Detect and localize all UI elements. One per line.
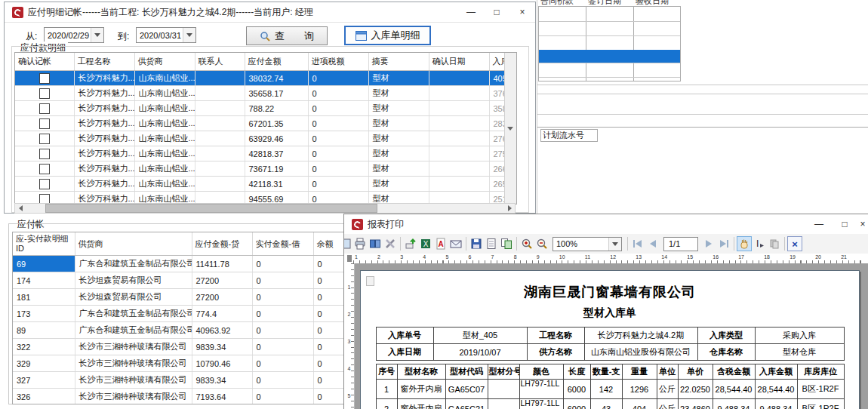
payable-detail-cell[interactable]: 42818.37 <box>245 146 308 161</box>
payable-account-cell[interactable]: 181 <box>13 289 75 306</box>
scroll-down-icon[interactable] <box>505 53 516 204</box>
payable-account-cell[interactable]: 0 <box>313 306 344 322</box>
payable-detail-row[interactable]: 长沙万科魅力...山东南山铝业...67201.350型材283 <box>15 116 517 131</box>
payable-account-row[interactable]: 326长沙市三湘特种玻璃有限公司7193.6400 <box>13 389 344 405</box>
payable-account-cell[interactable]: 长沙市三湘特种玻璃有限公司 <box>75 389 192 405</box>
chevron-down-icon[interactable] <box>183 28 195 42</box>
maximize-button[interactable]: □ <box>484 3 509 22</box>
payable-detail-cell[interactable]: 长沙万科魅力... <box>74 131 134 146</box>
payable-account-cell[interactable]: 广东合和建筑五金制品有限公司 <box>75 256 192 272</box>
payable-detail-cell[interactable] <box>429 116 489 131</box>
payable-account-cell[interactable]: 0 <box>313 355 344 372</box>
export-excel-icon[interactable]: X <box>418 236 433 251</box>
payable-account-cell[interactable]: 广东合和建筑五金制品有限公司 <box>75 306 192 322</box>
payable-detail-row[interactable]: 长沙万科魅力...山东南山铝业...35658.170型材376 <box>15 86 517 101</box>
payable-detail-cell[interactable]: 型材 <box>368 71 429 86</box>
payable-account-cell[interactable]: 11411.78 <box>192 256 252 272</box>
payable-detail-cell[interactable]: 0 <box>308 146 368 161</box>
payable-account-cell[interactable]: 89 <box>13 322 75 339</box>
close-button[interactable]: × <box>857 215 868 234</box>
payable-detail-cell[interactable] <box>195 86 245 101</box>
payable-detail-cell[interactable]: 山东南山铝业... <box>134 177 195 192</box>
minimize-button[interactable]: — <box>806 215 832 234</box>
payable-account-row[interactable]: 181长沙坦森贸易有限公司2720000 <box>13 289 344 306</box>
export-icon[interactable] <box>403 236 418 251</box>
payable-account-cell[interactable]: 327 <box>13 372 75 389</box>
selected-row[interactable] <box>539 50 680 63</box>
payable-account-cell[interactable]: 长沙市三湘特种玻璃有限公司 <box>75 355 192 372</box>
chevron-down-icon[interactable] <box>608 238 621 251</box>
confirm-cell[interactable] <box>15 86 74 101</box>
payable-detail-cell[interactable]: 0 <box>308 131 368 146</box>
panel-toggle-icon[interactable] <box>344 236 352 251</box>
payable-detail-row[interactable]: 长沙万科魅力...山东南山铝业...38032.740型材405 <box>15 71 517 86</box>
confirm-cell[interactable] <box>15 161 74 177</box>
titlebar[interactable]: 报表打印 — □ × <box>344 214 868 235</box>
payable-detail-cell[interactable]: 长沙万科魅力... <box>74 116 134 131</box>
payable-detail-cell[interactable]: 0 <box>308 161 368 177</box>
confirm-cell[interactable] <box>15 101 74 116</box>
payable-detail-row[interactable]: 长沙万科魅力...山东南山铝业...788.220型材358 <box>15 101 517 116</box>
confirm-cell[interactable] <box>15 146 74 161</box>
payable-account-cell[interactable]: 0 <box>252 372 313 389</box>
confirm-checkbox[interactable] <box>39 164 50 174</box>
payable-account-row[interactable]: 174长沙坦森贸易有限公司2720000 <box>13 272 344 289</box>
payable-detail-cell[interactable] <box>429 131 489 146</box>
payable-detail-cell[interactable]: 长沙万科魅力... <box>74 101 134 116</box>
report-preview-area[interactable]: 12345 湖南巨晟门窗幕墙有限公司 型材入库单 入库单号型材_405工程名称长… <box>344 263 868 409</box>
payable-account-cell[interactable]: 27200 <box>192 289 252 306</box>
payable-detail-cell[interactable]: 山东南山铝业... <box>134 146 195 161</box>
payable-detail-row[interactable]: 长沙万科魅力...山东南山铝业...42818.370型材275 <box>15 146 517 161</box>
plan-serial-field[interactable]: 计划流水号 <box>540 129 598 142</box>
confirm-checkbox[interactable] <box>39 134 50 144</box>
inbound-detail-button[interactable]: 入库单明细 <box>344 26 431 45</box>
payable-detail-cell[interactable]: 长沙万科魅力... <box>74 71 134 86</box>
payable-account-cell[interactable]: 0 <box>252 322 313 339</box>
scrollbar-thumb[interactable] <box>45 204 377 213</box>
payable-detail-cell[interactable]: 0 <box>308 101 368 116</box>
payable-account-cell[interactable]: 326 <box>13 389 75 405</box>
payable-detail-cell[interactable]: 型材 <box>368 131 429 146</box>
scroll-left-icon[interactable] <box>15 204 26 213</box>
confirm-checkbox[interactable] <box>39 179 50 189</box>
hand-tool-icon[interactable] <box>737 236 752 251</box>
payable-account-cell[interactable]: 173 <box>13 306 75 322</box>
confirm-checkbox[interactable] <box>39 118 50 129</box>
payable-detail-cell[interactable]: 73671.19 <box>245 161 308 177</box>
payable-account-cell[interactable]: 0 <box>252 289 313 306</box>
single-page-icon[interactable] <box>484 236 499 251</box>
payable-detail-cell[interactable]: 长沙万科魅力... <box>74 161 134 177</box>
payable-detail-cell[interactable]: 山东南山铝业... <box>134 101 195 116</box>
payable-detail-cell[interactable] <box>195 146 245 161</box>
payable-detail-cell[interactable] <box>429 177 489 192</box>
payable-account-cell[interactable]: 广东合和建筑五金制品有限公司 <box>75 322 192 339</box>
payable-detail-cell[interactable]: 63929.46 <box>245 131 308 146</box>
payable-account-cell[interactable]: 174 <box>13 272 75 289</box>
first-page-icon[interactable] <box>630 236 645 251</box>
payable-detail-cell[interactable] <box>195 177 245 192</box>
payable-account-cell[interactable]: 10790.46 <box>192 355 252 372</box>
payable-detail-cell[interactable] <box>429 71 489 86</box>
titlebar[interactable]: 应付明细记帐------当前工程: 长沙万科魅力之城4.2期------当前用户… <box>5 2 535 23</box>
payable-detail-cell[interactable]: 35658.17 <box>245 86 308 101</box>
payable-detail-cell[interactable] <box>195 131 245 146</box>
payable-account-cell[interactable]: 0 <box>313 339 344 355</box>
payable-account-cell[interactable]: 0 <box>313 389 344 405</box>
payable-detail-cell[interactable]: 山东南山铝业... <box>134 161 195 177</box>
multi-page-icon[interactable] <box>499 236 514 251</box>
page-setup-icon[interactable] <box>368 236 383 251</box>
scroll-right-icon[interactable] <box>504 204 515 213</box>
payable-detail-cell[interactable]: 42118.31 <box>245 177 308 192</box>
payable-account-row[interactable]: 327长沙市三湘特种玻璃有限公司9839.3400 <box>13 372 344 389</box>
confirm-checkbox[interactable] <box>39 88 50 99</box>
confirm-checkbox[interactable] <box>39 73 50 84</box>
maximize-button[interactable]: □ <box>832 215 857 234</box>
payable-account-cell[interactable]: 0 <box>313 372 344 389</box>
send-mail-icon[interactable] <box>448 236 463 251</box>
payable-detail-cell[interactable]: 型材 <box>368 146 429 161</box>
save-icon[interactable] <box>469 236 484 251</box>
payable-detail-cell[interactable]: 0 <box>308 116 368 131</box>
confirm-cell[interactable] <box>15 177 74 192</box>
confirm-checkbox[interactable] <box>39 149 50 159</box>
from-date-combobox[interactable]: 2020/02/29 <box>44 27 104 43</box>
